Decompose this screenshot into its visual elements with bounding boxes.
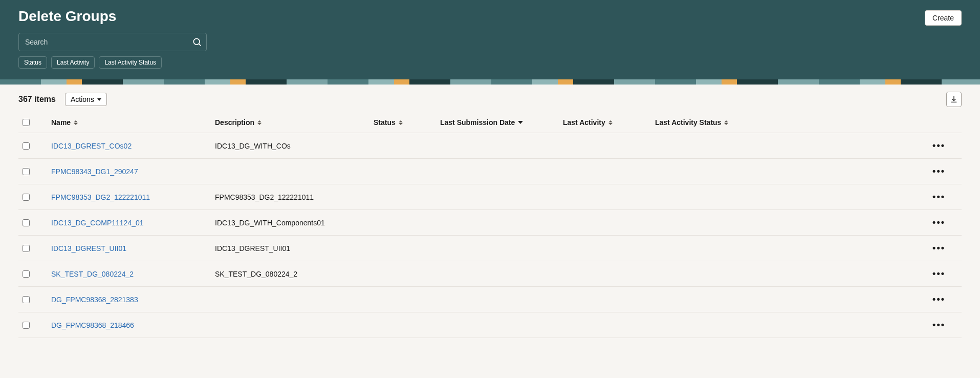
header-decoration [0, 79, 980, 85]
name-link[interactable]: FPMC98343_DG1_290247 [51, 167, 138, 176]
page-title: Delete Groups [18, 8, 116, 25]
create-button[interactable]: Create [925, 10, 962, 26]
row-actions-button[interactable]: ••• [930, 215, 947, 230]
actions-button[interactable]: Actions [65, 93, 107, 106]
toolbar-left: 367 items Actions [18, 93, 107, 106]
results-table: Name Description Status Last Submission … [0, 114, 980, 338]
row-checkbox[interactable] [23, 194, 30, 201]
cell-description: SK_TEST_DG_080224_2 [215, 270, 374, 278]
column-label: Last Submission Date [440, 118, 515, 127]
item-count: 367 items [18, 95, 56, 104]
row-actions-button[interactable]: ••• [930, 241, 947, 256]
column-select-all [20, 117, 51, 128]
row-select [20, 218, 51, 228]
name-link[interactable]: IDC13_DGREST_UII01 [51, 244, 126, 253]
filter-chip-last-activity[interactable]: Last Activity [51, 56, 95, 69]
row-select [20, 269, 51, 279]
row-select [20, 141, 51, 151]
column-label: Last Activity Status [655, 118, 721, 127]
column-header-activity[interactable]: Last Activity [563, 118, 655, 127]
cell-name: SK_TEST_DG_080224_2 [51, 270, 215, 278]
table-header-row: Name Description Status Last Submission … [18, 114, 962, 133]
column-header-name[interactable]: Name [51, 118, 215, 127]
table-row: IDC13_DGREST_UII01IDC13_DGREST_UII01••• [18, 236, 962, 261]
table-row: DG_FPMC98368_2821383••• [18, 287, 962, 312]
cell-description: FPMC98353_DG2_122221011 [215, 193, 374, 201]
table-row: FPMC98353_DG2_122221011FPMC98353_DG2_122… [18, 184, 962, 210]
table-body: IDC13_DGREST_COs02IDC13_DG_WITH_COs•••FP… [0, 133, 980, 338]
row-actions-button[interactable]: ••• [930, 266, 947, 281]
row-select [20, 243, 51, 254]
search-box[interactable] [18, 33, 207, 51]
row-select [20, 320, 51, 330]
row-select [20, 295, 51, 305]
cell-name: DG_FPMC98368_2821383 [51, 296, 215, 304]
cell-description: IDC13_DGREST_UII01 [215, 244, 374, 253]
column-label: Status [374, 118, 396, 127]
name-link[interactable]: FPMC98353_DG2_122221011 [51, 193, 150, 201]
row-actions-button[interactable]: ••• [930, 164, 947, 179]
toolbar: 367 items Actions [0, 85, 980, 114]
sort-icon [74, 119, 79, 125]
row-checkbox[interactable] [23, 322, 30, 329]
row-actions-button[interactable]: ••• [930, 318, 947, 332]
name-link[interactable]: DG_FPMC98368_218466 [51, 321, 134, 329]
select-all-checkbox[interactable] [23, 119, 30, 126]
cell-description: IDC13_DG_WITH_Components01 [215, 219, 374, 227]
table-row: FPMC98343_DG1_290247••• [18, 159, 962, 184]
table-row: SK_TEST_DG_080224_2SK_TEST_DG_080224_2••… [18, 261, 962, 287]
page-header-top: Delete Groups Create [18, 5, 962, 31]
search-area: Status Last Activity Last Activity Statu… [18, 33, 962, 69]
svg-point-0 [193, 38, 200, 45]
chevron-down-icon [518, 121, 523, 124]
column-header-activity-status[interactable]: Last Activity Status [655, 118, 768, 127]
row-actions-button[interactable]: ••• [930, 190, 947, 204]
row-checkbox[interactable] [23, 219, 30, 226]
row-checkbox[interactable] [23, 296, 30, 303]
filter-chip-status[interactable]: Status [18, 56, 47, 69]
row-actions-button[interactable]: ••• [930, 138, 947, 153]
chevron-down-icon [97, 98, 101, 101]
cell-name: DG_FPMC98368_218466 [51, 321, 215, 329]
cell-description: IDC13_DG_WITH_COs [215, 142, 374, 150]
row-select [20, 192, 51, 202]
sort-icon [257, 119, 263, 125]
cell-name: IDC13_DGREST_UII01 [51, 244, 215, 253]
cell-name: FPMC98353_DG2_122221011 [51, 193, 215, 201]
cell-name: IDC13_DGREST_COs02 [51, 142, 215, 150]
row-checkbox[interactable] [23, 270, 30, 278]
name-link[interactable]: DG_FPMC98368_2821383 [51, 296, 138, 304]
cell-name: FPMC98343_DG1_290247 [51, 167, 215, 176]
column-header-status[interactable]: Status [374, 118, 440, 127]
search-icon[interactable] [192, 37, 202, 47]
sort-icon [399, 119, 404, 125]
export-button[interactable] [946, 92, 962, 107]
row-actions-button[interactable]: ••• [930, 292, 947, 307]
filter-chip-last-activity-status[interactable]: Last Activity Status [99, 56, 162, 69]
search-input[interactable] [24, 37, 192, 47]
name-link[interactable]: SK_TEST_DG_080224_2 [51, 270, 134, 278]
row-select [20, 166, 51, 177]
name-link[interactable]: IDC13_DG_COMP11124_01 [51, 219, 144, 227]
page-header: Delete Groups Create Status Last Activit… [0, 0, 980, 85]
row-checkbox[interactable] [23, 168, 30, 175]
column-header-submission[interactable]: Last Submission Date [440, 118, 563, 127]
column-label: Name [51, 118, 71, 127]
name-link[interactable]: IDC13_DGREST_COs02 [51, 142, 132, 150]
row-checkbox[interactable] [23, 142, 30, 150]
table-row: DG_FPMC98368_218466••• [18, 312, 962, 338]
row-checkbox[interactable] [23, 245, 30, 252]
filter-row: Status Last Activity Last Activity Statu… [18, 56, 962, 69]
sort-icon [608, 119, 614, 125]
svg-line-1 [199, 44, 201, 46]
column-label: Description [215, 118, 254, 127]
cell-name: IDC13_DG_COMP11124_01 [51, 219, 215, 227]
download-icon [950, 95, 958, 103]
column-header-description[interactable]: Description [215, 118, 374, 127]
table-row: IDC13_DGREST_COs02IDC13_DG_WITH_COs••• [18, 133, 962, 159]
actions-label: Actions [71, 95, 94, 103]
sort-icon [724, 119, 729, 125]
column-label: Last Activity [563, 118, 605, 127]
table-row: IDC13_DG_COMP11124_01IDC13_DG_WITH_Compo… [18, 210, 962, 236]
